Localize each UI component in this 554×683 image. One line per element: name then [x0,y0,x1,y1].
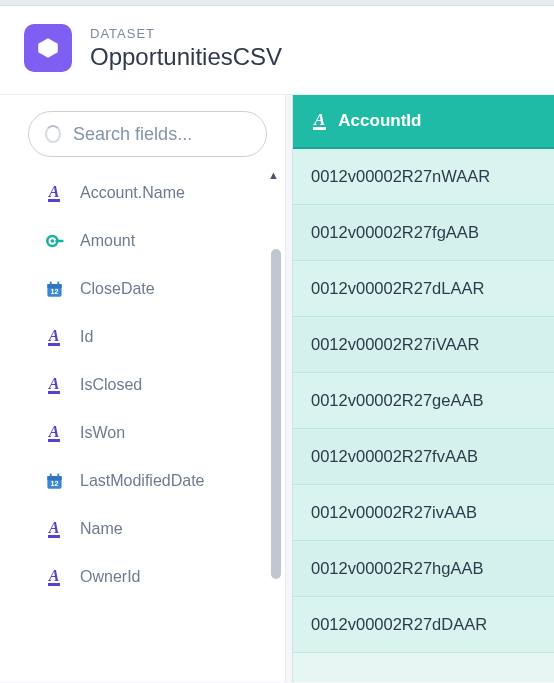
svg-marker-0 [38,38,58,58]
search-field-container[interactable] [28,111,267,157]
fields-sidebar: ▲ A Account.Name Amount 12 CloseDate A I… [0,95,286,682]
data-cell[interactable]: 0012v00002R27ivAAB [293,485,554,541]
date-type-icon: 12 [44,279,64,299]
data-cell[interactable]: 0012v00002R27fgAAB [293,205,554,261]
search-input[interactable] [73,124,250,145]
data-cell[interactable]: 0012v00002R27dLAAR [293,261,554,317]
field-item-account-name[interactable]: A Account.Name [0,169,285,217]
sidebar-scrollbar[interactable] [271,249,281,579]
data-rows: 0012v00002R27nWAAR 0012v00002R27fgAAB 00… [293,149,554,682]
field-item-id[interactable]: A Id [0,313,285,361]
field-item-iswon[interactable]: A IsWon [0,409,285,457]
dataset-header: DATASET OpportunitiesCSV [0,6,554,95]
column-header-accountid[interactable]: A AccountId [293,95,554,149]
data-cell[interactable]: 0012v00002R27iVAAR [293,317,554,373]
dataset-label: DATASET [90,26,282,41]
search-loading-icon [45,125,61,143]
date-type-icon: 12 [44,471,64,491]
svg-rect-10 [47,475,61,479]
field-item-amount[interactable]: Amount [0,217,285,265]
svg-rect-6 [49,281,51,285]
field-item-closedate[interactable]: 12 CloseDate [0,265,285,313]
dataset-icon [24,24,72,72]
data-cell[interactable]: 0012v00002R27nWAAR [293,149,554,205]
field-label: Name [80,520,123,538]
svg-text:12: 12 [50,288,58,296]
field-label: IsClosed [80,376,142,394]
scroll-up-arrow-icon[interactable]: ▲ [268,169,279,181]
svg-rect-11 [49,473,51,477]
text-type-icon: A [44,423,64,443]
text-type-icon: A [44,375,64,395]
field-label: Amount [80,232,135,250]
text-type-icon: A [44,183,64,203]
text-type-icon: A [44,327,64,347]
data-cell[interactable]: 0012v00002R27fvAAB [293,429,554,485]
field-label: LastModifiedDate [80,472,205,490]
measure-type-icon [44,231,64,251]
text-type-icon: A [44,567,64,587]
svg-rect-12 [57,473,59,477]
text-type-icon: A [313,112,326,130]
field-label: OwnerId [80,568,140,586]
field-item-isclosed[interactable]: A IsClosed [0,361,285,409]
data-cell[interactable]: 0012v00002R27dDAAR [293,597,554,653]
field-label: Account.Name [80,184,185,202]
main-body: ▲ A Account.Name Amount 12 CloseDate A I… [0,95,554,682]
fields-list: ▲ A Account.Name Amount 12 CloseDate A I… [0,169,285,601]
column-header-label: AccountId [338,111,421,131]
data-cell[interactable]: 0012v00002R27geAAB [293,373,554,429]
data-cell[interactable]: 0012v00002R27hgAAB [293,541,554,597]
svg-text:12: 12 [50,480,58,488]
field-label: IsWon [80,424,125,442]
svg-rect-7 [57,281,59,285]
svg-rect-5 [47,283,61,287]
svg-point-2 [51,239,55,243]
dataset-title: OpportunitiesCSV [90,43,282,71]
field-label: CloseDate [80,280,155,298]
text-type-icon: A [44,519,64,539]
field-item-lastmodifieddate[interactable]: 12 LastModifiedDate [0,457,285,505]
data-column-pane: A AccountId 0012v00002R27nWAAR 0012v0000… [292,95,554,682]
field-item-name[interactable]: A Name [0,505,285,553]
field-item-ownerid[interactable]: A OwnerId [0,553,285,601]
field-label: Id [80,328,93,346]
